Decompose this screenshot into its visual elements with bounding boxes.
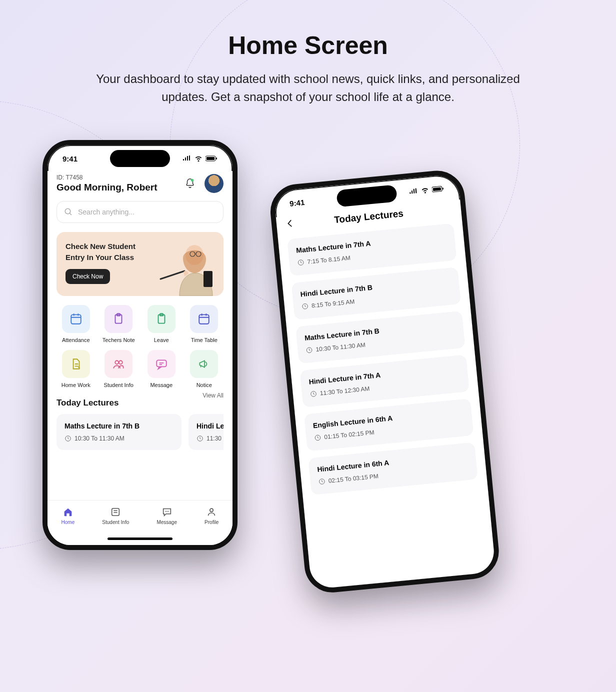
svg-point-23 xyxy=(168,511,169,512)
tile-leave[interactable]: Leave xyxy=(142,305,181,343)
clock-icon xyxy=(302,302,309,310)
tile-label: Notice xyxy=(196,382,212,388)
lecture-card[interactable]: Hindi Lecture in 7th A 11:30 To 12:30 AM xyxy=(300,354,470,408)
svg-rect-1 xyxy=(206,157,214,160)
nav-icon xyxy=(206,506,217,518)
lecture-title: Hindi Le xyxy=(196,422,224,430)
svg-rect-9 xyxy=(71,314,81,324)
lecture-card[interactable]: Maths Lecture in 7th B 10:30 To 11:30 AM xyxy=(56,414,182,450)
page-title: Home Screen xyxy=(0,0,616,60)
today-lectures-heading: Today Lectures xyxy=(56,398,118,408)
svg-point-3 xyxy=(191,179,194,182)
lecture-card[interactable]: English Lecture in 6th A 01:15 To 02:15 … xyxy=(304,398,474,452)
tile-label: Time Table xyxy=(191,337,218,343)
tile-label: Home Work xyxy=(62,382,90,388)
tile-student info[interactable]: Student Info xyxy=(100,350,138,388)
status-time: 9:41 xyxy=(289,198,305,208)
chevron-left-icon xyxy=(285,218,295,228)
banner-illustration xyxy=(156,236,220,296)
lecture-card[interactable]: Hindi Lecture in 6th A 02:15 To 03:15 PM xyxy=(308,442,478,495)
clipboard-icon xyxy=(112,312,125,326)
users-icon xyxy=(112,358,125,370)
avatar[interactable] xyxy=(204,174,224,193)
clock-icon xyxy=(314,434,322,442)
phone-mockup-lectures: 9:41 Today Lectures Maths Lecture in 7th… xyxy=(268,168,502,595)
svg-point-15 xyxy=(116,360,119,364)
bottom-nav: Home Student Info Message Profile xyxy=(48,500,232,545)
nav-icon xyxy=(162,506,172,518)
home-indicator xyxy=(108,538,172,540)
svg-rect-27 xyxy=(442,188,444,190)
nav-profile[interactable]: Profile xyxy=(204,506,218,525)
back-button[interactable] xyxy=(285,218,301,230)
calendar-icon xyxy=(198,312,210,326)
svg-point-21 xyxy=(165,511,166,512)
clock-icon xyxy=(318,478,326,485)
svg-point-4 xyxy=(65,208,70,214)
tile-label: Message xyxy=(150,382,172,388)
tile-time table[interactable]: Time Table xyxy=(185,305,224,343)
message-icon xyxy=(155,358,168,370)
search-icon xyxy=(64,208,73,216)
check-now-button[interactable]: Check Now xyxy=(66,269,110,284)
clock-icon xyxy=(310,390,317,398)
svg-rect-17 xyxy=(156,360,166,366)
lecture-title: Maths Lecture in 7th B xyxy=(64,422,174,430)
tile-home work[interactable]: Home Work xyxy=(56,350,96,388)
status-icons xyxy=(182,156,218,162)
status-time: 9:41 xyxy=(62,154,78,163)
status-icons xyxy=(409,186,444,195)
document-icon xyxy=(70,358,82,370)
tile-techers note[interactable]: Techers Note xyxy=(100,305,138,343)
clock-icon xyxy=(196,435,204,442)
svg-rect-14 xyxy=(200,314,210,324)
lectures-page-title: Today Lectures xyxy=(300,205,438,229)
tile-label: Student Info xyxy=(104,382,134,388)
lecture-card[interactable]: Maths Lecture in 7th B 10:30 To 11:30 AM xyxy=(296,311,466,364)
user-id: ID: T7458 xyxy=(56,174,158,181)
tile-message[interactable]: Message xyxy=(142,350,181,388)
svg-rect-26 xyxy=(433,188,442,192)
lecture-time: 11:30 xyxy=(196,435,224,442)
nav-label: Message xyxy=(156,520,177,525)
nav-label: Student Info xyxy=(102,520,129,525)
lecture-card[interactable]: Maths Lecture in 7th A 7:15 To 8.15 AM xyxy=(287,223,457,276)
lecture-card[interactable]: Hindi Lecture in 7th B 8:15 To 9:15 AM xyxy=(292,267,462,320)
clipboard-icon xyxy=(155,312,168,326)
svg-point-24 xyxy=(210,508,213,512)
lecture-time: 10:30 To 11:30 AM xyxy=(64,435,174,442)
clock-icon xyxy=(306,346,313,354)
nav-student info[interactable]: Student Info xyxy=(102,506,129,525)
svg-rect-2 xyxy=(216,158,217,160)
notification-bell-button[interactable] xyxy=(182,175,198,192)
tile-notice[interactable]: Notice xyxy=(185,350,224,388)
nav-label: Home xyxy=(62,520,75,525)
view-all-link[interactable]: View All xyxy=(202,392,224,399)
calendar-icon xyxy=(70,312,82,326)
banner-card[interactable]: Check New Student Entry In Your Class Ch… xyxy=(56,232,224,296)
nav-icon xyxy=(62,506,74,518)
tile-attendance[interactable]: Attendance xyxy=(56,305,96,343)
bell-icon xyxy=(184,178,196,189)
svg-rect-20 xyxy=(112,508,120,516)
tile-label: Techers Note xyxy=(102,337,135,343)
tile-label: Leave xyxy=(154,337,169,343)
svg-point-22 xyxy=(166,511,168,512)
tile-label: Attendance xyxy=(62,337,90,343)
svg-point-16 xyxy=(119,360,122,364)
search-placeholder: Search anything... xyxy=(78,208,134,216)
lecture-card[interactable]: Hindi Le 11:30 xyxy=(188,414,224,450)
nav-message[interactable]: Message xyxy=(156,506,177,525)
nav-label: Profile xyxy=(204,520,218,525)
nav-home[interactable]: Home xyxy=(62,506,75,525)
phone-mockup-home: 9:41 ID: T7458 Good Morning, Robert xyxy=(42,140,238,550)
nav-icon xyxy=(110,506,121,518)
svg-rect-8 xyxy=(204,271,212,287)
search-input[interactable]: Search anything... xyxy=(56,201,224,223)
clock-icon xyxy=(64,435,72,442)
clock-icon xyxy=(297,258,304,266)
greeting: Good Morning, Robert xyxy=(56,182,158,193)
page-subtitle: Your dashboard to stay updated with scho… xyxy=(96,70,520,106)
megaphone-icon xyxy=(198,358,210,370)
banner-title: Check New Student Entry In Your Class xyxy=(66,241,150,263)
